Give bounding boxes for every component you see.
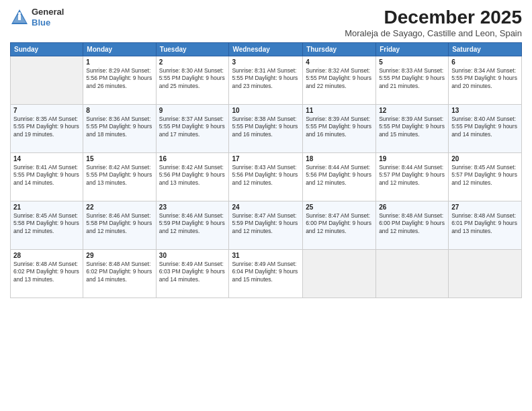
day-cell: 29Sunrise: 8:48 AM Sunset: 6:02 PM Dayli… <box>83 250 156 298</box>
day-cell <box>449 250 522 298</box>
column-header-tuesday: Tuesday <box>156 43 229 56</box>
day-number: 16 <box>159 155 226 163</box>
day-number: 15 <box>86 155 152 163</box>
day-number: 27 <box>451 203 519 211</box>
day-cell: 12Sunrise: 8:39 AM Sunset: 5:55 PM Dayli… <box>376 105 449 153</box>
week-row-2: 7Sunrise: 8:35 AM Sunset: 5:55 PM Daylig… <box>11 105 522 153</box>
day-info: Sunrise: 8:48 AM Sunset: 6:02 PM Dayligh… <box>86 261 152 283</box>
day-number: 4 <box>306 58 373 66</box>
day-info: Sunrise: 8:49 AM Sunset: 6:03 PM Dayligh… <box>159 261 226 283</box>
day-cell: 21Sunrise: 8:45 AM Sunset: 5:58 PM Dayli… <box>11 201 83 250</box>
day-cell: 25Sunrise: 8:47 AM Sunset: 6:00 PM Dayli… <box>303 201 376 250</box>
day-cell: 4Sunrise: 8:32 AM Sunset: 5:55 PM Daylig… <box>303 56 376 105</box>
day-info: Sunrise: 8:49 AM Sunset: 6:04 PM Dayligh… <box>232 261 300 283</box>
day-cell: 10Sunrise: 8:38 AM Sunset: 5:55 PM Dayli… <box>229 105 303 153</box>
day-cell: 9Sunrise: 8:37 AM Sunset: 5:55 PM Daylig… <box>156 105 229 153</box>
day-info: Sunrise: 8:44 AM Sunset: 5:57 PM Dayligh… <box>379 164 445 187</box>
day-number: 5 <box>379 58 445 66</box>
week-row-1: 1Sunrise: 8:29 AM Sunset: 5:56 PM Daylig… <box>11 56 522 105</box>
day-cell: 11Sunrise: 8:39 AM Sunset: 5:55 PM Dayli… <box>303 105 376 153</box>
svg-point-3 <box>18 12 21 15</box>
svg-rect-2 <box>18 15 21 20</box>
page: General Blue December 2025 Moraleja de S… <box>0 0 532 411</box>
header: General Blue December 2025 Moraleja de S… <box>10 7 522 38</box>
day-info: Sunrise: 8:38 AM Sunset: 5:55 PM Dayligh… <box>232 116 300 138</box>
day-cell: 7Sunrise: 8:35 AM Sunset: 5:55 PM Daylig… <box>11 105 83 153</box>
day-number: 21 <box>13 203 80 211</box>
day-cell: 15Sunrise: 8:42 AM Sunset: 5:55 PM Dayli… <box>83 153 156 201</box>
day-cell: 18Sunrise: 8:44 AM Sunset: 5:56 PM Dayli… <box>303 153 376 201</box>
day-cell: 2Sunrise: 8:30 AM Sunset: 5:55 PM Daylig… <box>156 56 229 105</box>
day-number: 12 <box>379 107 445 114</box>
day-cell: 19Sunrise: 8:44 AM Sunset: 5:57 PM Dayli… <box>376 153 449 201</box>
day-number: 18 <box>306 155 373 163</box>
day-info: Sunrise: 8:48 AM Sunset: 6:02 PM Dayligh… <box>13 261 80 283</box>
day-number: 19 <box>379 155 445 163</box>
day-info: Sunrise: 8:48 AM Sunset: 6:01 PM Dayligh… <box>451 212 519 235</box>
day-info: Sunrise: 8:39 AM Sunset: 5:55 PM Dayligh… <box>306 116 373 138</box>
day-info: Sunrise: 8:45 AM Sunset: 5:58 PM Dayligh… <box>13 212 80 235</box>
day-cell: 24Sunrise: 8:47 AM Sunset: 5:59 PM Dayli… <box>229 201 303 250</box>
day-number: 25 <box>306 203 373 211</box>
day-number: 9 <box>159 107 226 114</box>
day-info: Sunrise: 8:37 AM Sunset: 5:55 PM Dayligh… <box>159 116 226 138</box>
day-cell: 31Sunrise: 8:49 AM Sunset: 6:04 PM Dayli… <box>229 250 303 298</box>
day-cell: 14Sunrise: 8:41 AM Sunset: 5:55 PM Dayli… <box>11 153 83 201</box>
day-cell: 8Sunrise: 8:36 AM Sunset: 5:55 PM Daylig… <box>83 105 156 153</box>
day-info: Sunrise: 8:46 AM Sunset: 5:59 PM Dayligh… <box>159 212 226 235</box>
day-number: 31 <box>232 252 300 259</box>
day-number: 17 <box>232 155 300 163</box>
day-cell: 27Sunrise: 8:48 AM Sunset: 6:01 PM Dayli… <box>449 201 522 250</box>
day-info: Sunrise: 8:45 AM Sunset: 5:57 PM Dayligh… <box>451 164 519 187</box>
day-info: Sunrise: 8:40 AM Sunset: 5:55 PM Dayligh… <box>451 116 519 138</box>
day-cell: 20Sunrise: 8:45 AM Sunset: 5:57 PM Dayli… <box>449 153 522 201</box>
column-header-friday: Friday <box>376 43 449 56</box>
day-info: Sunrise: 8:48 AM Sunset: 6:00 PM Dayligh… <box>379 212 445 235</box>
day-info: Sunrise: 8:42 AM Sunset: 5:55 PM Dayligh… <box>86 164 152 187</box>
logo-general: General <box>32 7 64 17</box>
location: Moraleja de Sayago, Castille and Leon, S… <box>345 28 522 38</box>
day-cell: 26Sunrise: 8:48 AM Sunset: 6:00 PM Dayli… <box>376 201 449 250</box>
day-cell <box>11 56 83 105</box>
day-cell: 23Sunrise: 8:46 AM Sunset: 5:59 PM Dayli… <box>156 201 229 250</box>
week-row-4: 21Sunrise: 8:45 AM Sunset: 5:58 PM Dayli… <box>11 201 522 250</box>
day-info: Sunrise: 8:35 AM Sunset: 5:55 PM Dayligh… <box>13 116 80 138</box>
day-cell <box>303 250 376 298</box>
day-number: 14 <box>13 155 80 163</box>
day-info: Sunrise: 8:29 AM Sunset: 5:56 PM Dayligh… <box>86 67 152 90</box>
day-number: 20 <box>451 155 519 163</box>
day-info: Sunrise: 8:32 AM Sunset: 5:55 PM Dayligh… <box>306 67 373 90</box>
column-header-monday: Monday <box>83 43 156 56</box>
day-info: Sunrise: 8:36 AM Sunset: 5:55 PM Dayligh… <box>86 116 152 138</box>
day-number: 10 <box>232 107 300 114</box>
day-info: Sunrise: 8:43 AM Sunset: 5:56 PM Dayligh… <box>232 164 300 187</box>
day-cell: 5Sunrise: 8:33 AM Sunset: 5:55 PM Daylig… <box>376 56 449 105</box>
day-number: 7 <box>13 107 80 114</box>
day-number: 3 <box>232 58 300 66</box>
day-number: 6 <box>451 58 519 66</box>
week-row-3: 14Sunrise: 8:41 AM Sunset: 5:55 PM Dayli… <box>11 153 522 201</box>
day-cell: 22Sunrise: 8:46 AM Sunset: 5:58 PM Dayli… <box>83 201 156 250</box>
column-header-wednesday: Wednesday <box>229 43 303 56</box>
column-header-saturday: Saturday <box>449 43 522 56</box>
day-number: 2 <box>159 58 226 66</box>
logo-text: General Blue <box>32 7 64 28</box>
day-cell <box>376 250 449 298</box>
day-number: 23 <box>159 203 226 211</box>
day-cell: 3Sunrise: 8:31 AM Sunset: 5:55 PM Daylig… <box>229 56 303 105</box>
day-number: 26 <box>379 203 445 211</box>
day-number: 11 <box>306 107 373 114</box>
day-cell: 6Sunrise: 8:34 AM Sunset: 5:55 PM Daylig… <box>449 56 522 105</box>
day-info: Sunrise: 8:47 AM Sunset: 5:59 PM Dayligh… <box>232 212 300 235</box>
day-number: 24 <box>232 203 300 211</box>
header-row: SundayMondayTuesdayWednesdayThursdayFrid… <box>11 43 522 56</box>
day-number: 13 <box>451 107 519 114</box>
day-cell: 13Sunrise: 8:40 AM Sunset: 5:55 PM Dayli… <box>449 105 522 153</box>
day-cell: 17Sunrise: 8:43 AM Sunset: 5:56 PM Dayli… <box>229 153 303 201</box>
day-cell: 30Sunrise: 8:49 AM Sunset: 6:03 PM Dayli… <box>156 250 229 298</box>
title-block: December 2025 Moraleja de Sayago, Castil… <box>345 7 522 38</box>
day-info: Sunrise: 8:41 AM Sunset: 5:55 PM Dayligh… <box>13 164 80 187</box>
column-header-thursday: Thursday <box>303 43 376 56</box>
day-info: Sunrise: 8:42 AM Sunset: 5:56 PM Dayligh… <box>159 164 226 187</box>
day-number: 1 <box>86 58 152 66</box>
